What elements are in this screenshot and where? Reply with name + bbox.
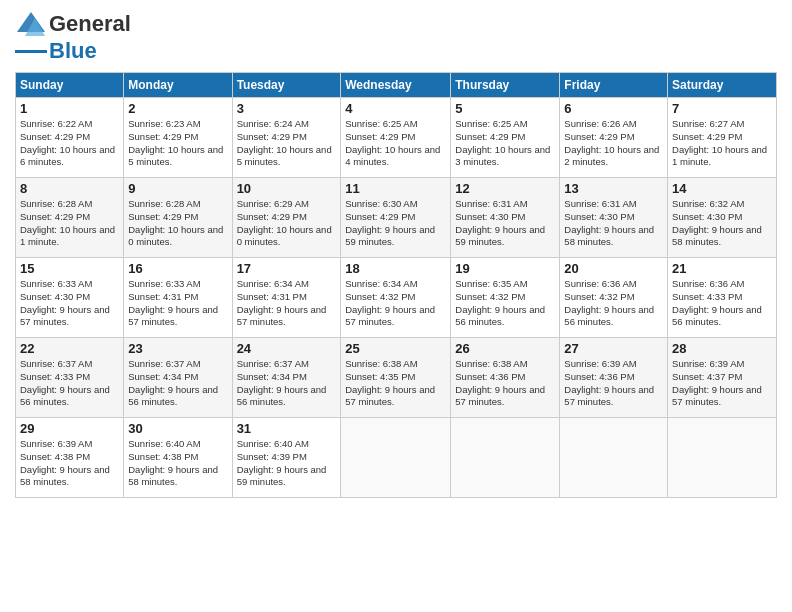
weekday-header: Wednesday (341, 73, 451, 98)
day-number: 17 (237, 261, 337, 276)
calendar-cell: 15 Sunrise: 6:33 AMSunset: 4:30 PMDaylig… (16, 258, 124, 338)
calendar-cell: 24 Sunrise: 6:37 AMSunset: 4:34 PMDaylig… (232, 338, 341, 418)
day-info: Sunrise: 6:38 AMSunset: 4:36 PMDaylight:… (455, 358, 545, 407)
day-info: Sunrise: 6:36 AMSunset: 4:33 PMDaylight:… (672, 278, 762, 327)
day-info: Sunrise: 6:37 AMSunset: 4:33 PMDaylight:… (20, 358, 110, 407)
calendar-cell: 13 Sunrise: 6:31 AMSunset: 4:30 PMDaylig… (560, 178, 668, 258)
day-info: Sunrise: 6:28 AMSunset: 4:29 PMDaylight:… (128, 198, 223, 247)
day-number: 4 (345, 101, 446, 116)
calendar-week-row: 1 Sunrise: 6:22 AMSunset: 4:29 PMDayligh… (16, 98, 777, 178)
day-info: Sunrise: 6:33 AMSunset: 4:31 PMDaylight:… (128, 278, 218, 327)
day-number: 14 (672, 181, 772, 196)
day-number: 20 (564, 261, 663, 276)
logo-icon (15, 10, 47, 38)
calendar-week-row: 15 Sunrise: 6:33 AMSunset: 4:30 PMDaylig… (16, 258, 777, 338)
calendar-cell: 9 Sunrise: 6:28 AMSunset: 4:29 PMDayligh… (124, 178, 232, 258)
day-info: Sunrise: 6:39 AMSunset: 4:36 PMDaylight:… (564, 358, 654, 407)
day-number: 9 (128, 181, 227, 196)
weekday-header: Friday (560, 73, 668, 98)
calendar-cell: 19 Sunrise: 6:35 AMSunset: 4:32 PMDaylig… (451, 258, 560, 338)
calendar-week-row: 29 Sunrise: 6:39 AMSunset: 4:38 PMDaylig… (16, 418, 777, 498)
day-number: 6 (564, 101, 663, 116)
calendar-cell: 22 Sunrise: 6:37 AMSunset: 4:33 PMDaylig… (16, 338, 124, 418)
day-info: Sunrise: 6:29 AMSunset: 4:29 PMDaylight:… (237, 198, 332, 247)
day-info: Sunrise: 6:31 AMSunset: 4:30 PMDaylight:… (564, 198, 654, 247)
day-number: 22 (20, 341, 119, 356)
day-number: 23 (128, 341, 227, 356)
logo: General Blue (15, 10, 131, 64)
weekday-header: Tuesday (232, 73, 341, 98)
day-info: Sunrise: 6:33 AMSunset: 4:30 PMDaylight:… (20, 278, 110, 327)
header: General Blue (15, 10, 777, 64)
day-number: 27 (564, 341, 663, 356)
day-number: 5 (455, 101, 555, 116)
page: General Blue SundayMondayTuesdayWednesda… (0, 0, 792, 612)
calendar-cell: 8 Sunrise: 6:28 AMSunset: 4:29 PMDayligh… (16, 178, 124, 258)
day-number: 3 (237, 101, 337, 116)
day-info: Sunrise: 6:25 AMSunset: 4:29 PMDaylight:… (345, 118, 440, 167)
calendar-cell: 30 Sunrise: 6:40 AMSunset: 4:38 PMDaylig… (124, 418, 232, 498)
calendar-cell (451, 418, 560, 498)
calendar-cell: 18 Sunrise: 6:34 AMSunset: 4:32 PMDaylig… (341, 258, 451, 338)
day-info: Sunrise: 6:24 AMSunset: 4:29 PMDaylight:… (237, 118, 332, 167)
day-number: 29 (20, 421, 119, 436)
calendar-cell (341, 418, 451, 498)
calendar-cell: 27 Sunrise: 6:39 AMSunset: 4:36 PMDaylig… (560, 338, 668, 418)
day-number: 11 (345, 181, 446, 196)
day-number: 21 (672, 261, 772, 276)
calendar-cell: 26 Sunrise: 6:38 AMSunset: 4:36 PMDaylig… (451, 338, 560, 418)
day-info: Sunrise: 6:37 AMSunset: 4:34 PMDaylight:… (237, 358, 327, 407)
day-number: 18 (345, 261, 446, 276)
day-info: Sunrise: 6:34 AMSunset: 4:32 PMDaylight:… (345, 278, 435, 327)
calendar-cell: 5 Sunrise: 6:25 AMSunset: 4:29 PMDayligh… (451, 98, 560, 178)
day-info: Sunrise: 6:35 AMSunset: 4:32 PMDaylight:… (455, 278, 545, 327)
calendar-cell: 6 Sunrise: 6:26 AMSunset: 4:29 PMDayligh… (560, 98, 668, 178)
day-number: 31 (237, 421, 337, 436)
day-info: Sunrise: 6:31 AMSunset: 4:30 PMDaylight:… (455, 198, 545, 247)
calendar-cell (560, 418, 668, 498)
calendar-cell: 23 Sunrise: 6:37 AMSunset: 4:34 PMDaylig… (124, 338, 232, 418)
calendar-cell: 3 Sunrise: 6:24 AMSunset: 4:29 PMDayligh… (232, 98, 341, 178)
day-number: 15 (20, 261, 119, 276)
calendar-week-row: 22 Sunrise: 6:37 AMSunset: 4:33 PMDaylig… (16, 338, 777, 418)
day-info: Sunrise: 6:34 AMSunset: 4:31 PMDaylight:… (237, 278, 327, 327)
calendar-body: 1 Sunrise: 6:22 AMSunset: 4:29 PMDayligh… (16, 98, 777, 498)
calendar-cell (668, 418, 777, 498)
day-info: Sunrise: 6:37 AMSunset: 4:34 PMDaylight:… (128, 358, 218, 407)
calendar-cell: 17 Sunrise: 6:34 AMSunset: 4:31 PMDaylig… (232, 258, 341, 338)
day-info: Sunrise: 6:26 AMSunset: 4:29 PMDaylight:… (564, 118, 659, 167)
day-info: Sunrise: 6:38 AMSunset: 4:35 PMDaylight:… (345, 358, 435, 407)
calendar-cell: 7 Sunrise: 6:27 AMSunset: 4:29 PMDayligh… (668, 98, 777, 178)
calendar-cell: 1 Sunrise: 6:22 AMSunset: 4:29 PMDayligh… (16, 98, 124, 178)
calendar-cell: 31 Sunrise: 6:40 AMSunset: 4:39 PMDaylig… (232, 418, 341, 498)
weekday-header: Saturday (668, 73, 777, 98)
day-info: Sunrise: 6:39 AMSunset: 4:38 PMDaylight:… (20, 438, 110, 487)
day-info: Sunrise: 6:30 AMSunset: 4:29 PMDaylight:… (345, 198, 435, 247)
calendar-week-row: 8 Sunrise: 6:28 AMSunset: 4:29 PMDayligh… (16, 178, 777, 258)
day-info: Sunrise: 6:40 AMSunset: 4:38 PMDaylight:… (128, 438, 218, 487)
day-number: 8 (20, 181, 119, 196)
weekday-header: Monday (124, 73, 232, 98)
calendar-header-row: SundayMondayTuesdayWednesdayThursdayFrid… (16, 73, 777, 98)
calendar-cell: 16 Sunrise: 6:33 AMSunset: 4:31 PMDaylig… (124, 258, 232, 338)
day-number: 1 (20, 101, 119, 116)
calendar-cell: 21 Sunrise: 6:36 AMSunset: 4:33 PMDaylig… (668, 258, 777, 338)
calendar-cell: 14 Sunrise: 6:32 AMSunset: 4:30 PMDaylig… (668, 178, 777, 258)
calendar-cell: 11 Sunrise: 6:30 AMSunset: 4:29 PMDaylig… (341, 178, 451, 258)
day-number: 30 (128, 421, 227, 436)
logo-general: General (49, 11, 131, 37)
day-info: Sunrise: 6:22 AMSunset: 4:29 PMDaylight:… (20, 118, 115, 167)
calendar-cell: 12 Sunrise: 6:31 AMSunset: 4:30 PMDaylig… (451, 178, 560, 258)
day-number: 26 (455, 341, 555, 356)
day-number: 16 (128, 261, 227, 276)
day-number: 25 (345, 341, 446, 356)
calendar-cell: 2 Sunrise: 6:23 AMSunset: 4:29 PMDayligh… (124, 98, 232, 178)
calendar-cell: 10 Sunrise: 6:29 AMSunset: 4:29 PMDaylig… (232, 178, 341, 258)
weekday-header: Sunday (16, 73, 124, 98)
calendar-cell: 28 Sunrise: 6:39 AMSunset: 4:37 PMDaylig… (668, 338, 777, 418)
day-number: 10 (237, 181, 337, 196)
calendar-cell: 25 Sunrise: 6:38 AMSunset: 4:35 PMDaylig… (341, 338, 451, 418)
day-number: 7 (672, 101, 772, 116)
weekday-header: Thursday (451, 73, 560, 98)
day-number: 13 (564, 181, 663, 196)
